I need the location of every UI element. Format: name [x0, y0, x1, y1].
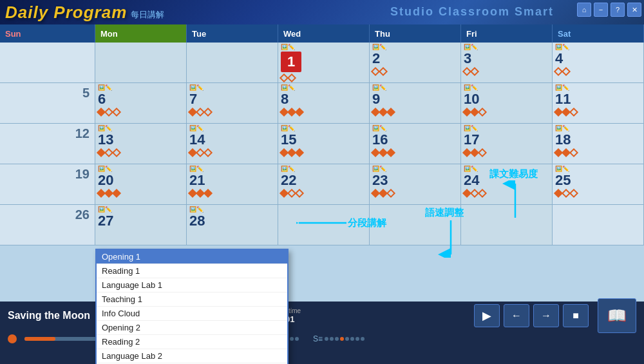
- day-cell-21[interactable]: 🖼️✏️ 21: [187, 164, 278, 204]
- mini-icons-13: 🖼️✏️: [98, 125, 184, 131]
- day-cell-13[interactable]: 🖼️✏️ 13: [95, 124, 187, 164]
- day-cell-25[interactable]: 🖼️✏️ 25: [553, 164, 644, 204]
- header-mon: Mon: [95, 24, 187, 43]
- dropdown-item-reading2[interactable]: Reading 2: [97, 335, 287, 349]
- week-num-2: 5: [82, 86, 90, 101]
- calendar-grid: 🖼️✏️ 1 🖼️✏️ 2: [0, 43, 644, 245]
- day-cell-22[interactable]: 🖼️✏️ 22: [278, 164, 370, 204]
- day-cell-17[interactable]: 🖼️✏️ 17: [461, 124, 553, 164]
- lesson-title: Saving the Moon: [8, 310, 98, 321]
- day-number-3: 3: [464, 52, 549, 66]
- dropdown-item-opening2[interactable]: Opening 2: [97, 321, 287, 335]
- minimize-button[interactable]: −: [594, 3, 608, 17]
- home-button[interactable]: ⌂: [577, 3, 591, 17]
- day-cell-16[interactable]: 🖼️✏️ 16: [370, 124, 461, 164]
- day-cell-23[interactable]: 🖼️✏️ 23: [370, 164, 461, 204]
- day-headers: Sun Mon Tue Wed Thu Fri Sat: [0, 24, 644, 43]
- speed-dots: [325, 337, 365, 341]
- week-num-cell-1: [0, 43, 95, 82]
- mini-icons-24: 🖼️✏️: [464, 166, 549, 172]
- cell-icons-2: [372, 68, 458, 75]
- diamond-o4: [204, 108, 213, 117]
- mini-icons-4: 🖼️✏️: [555, 44, 641, 50]
- day-cell-27[interactable]: 🖼️✏️ 27: [95, 205, 187, 245]
- day-cell-8[interactable]: 🖼️✏️ 8: [278, 83, 370, 123]
- mini-icons-27: 🖼️✏️: [98, 206, 184, 213]
- play-button[interactable]: ▶: [474, 304, 500, 327]
- header-wed: Wed: [278, 24, 370, 43]
- day-number-9: 9: [372, 92, 458, 106]
- week-row-1: 🖼️✏️ 1 🖼️✏️ 2: [0, 43, 644, 83]
- day-cell-20[interactable]: 🖼️✏️ 20: [95, 164, 187, 204]
- app-container: Daily Program 每日講解 Studio Classroom Smar…: [0, 0, 644, 364]
- week-num-5: 26: [75, 207, 90, 222]
- book-button[interactable]: 📖: [598, 298, 636, 333]
- mini-icons-7: 🖼️✏️: [189, 84, 275, 91]
- cell-icons-15: [281, 149, 366, 156]
- header-thu: Thu: [370, 24, 461, 43]
- week-row-5: 26 🖼️✏️ 27 🖼️✏️ 28: [0, 205, 644, 245]
- day-cell-11[interactable]: 🖼️✏️ 11: [553, 83, 644, 123]
- help-button[interactable]: ?: [611, 3, 625, 17]
- dropdown-item-languagelab1[interactable]: Language Lab 1: [97, 278, 287, 292]
- day-cell-10[interactable]: 🖼️✏️ 10: [461, 83, 553, 123]
- speed-dot-4: [340, 337, 344, 341]
- day-number-14: 14: [189, 133, 275, 147]
- mini-icons-1: 🖼️✏️: [281, 44, 366, 50]
- back-button[interactable]: ←: [504, 304, 529, 327]
- day-cell-18[interactable]: 🖼️✏️ 18: [553, 124, 644, 164]
- day-number-18: 18: [555, 133, 641, 147]
- cell-icons-20: [98, 190, 184, 196]
- day-number-22: 22: [281, 173, 366, 187]
- dropdown-item-languagelab2[interactable]: Language Lab 2: [97, 349, 287, 363]
- dropdown-item-opening1[interactable]: Opening 1: [97, 250, 287, 264]
- dropdown-overlay[interactable]: Opening 1 Reading 1 Language Lab 1 Teach…: [95, 249, 289, 364]
- mini-icons-6: 🖼️✏️: [98, 84, 184, 91]
- day-cell-14[interactable]: 🖼️✏️ 14: [187, 124, 278, 164]
- progress-bar-fill: [24, 337, 55, 341]
- playback-controls: ▶ ← → ■ 📖: [474, 298, 636, 333]
- day-number-11: 11: [555, 92, 641, 106]
- day-cell-24[interactable]: 🖼️✏️ 24: [461, 164, 553, 204]
- day-cell-4[interactable]: 🖼️✏️ 4: [553, 43, 644, 82]
- week-num-cell-3: 12: [0, 124, 95, 164]
- mini-icon-1: 🖼️✏️: [281, 44, 295, 50]
- day-cell-28[interactable]: 🖼️✏️ 28: [187, 205, 278, 245]
- cell-icons-13: [98, 149, 184, 156]
- week-row-3: 12 🖼️✏️ 13 🖼️✏️ 14: [0, 124, 644, 164]
- day-number-2: 2: [372, 52, 458, 66]
- day-cell-1[interactable]: 🖼️✏️ 1: [278, 43, 370, 82]
- day-cell-empty-2[interactable]: [187, 43, 278, 82]
- day-cell-15[interactable]: 🖼️✏️ 15: [278, 124, 370, 164]
- mini-icons-14: 🖼️✏️: [189, 125, 275, 131]
- diamond-outline-4: [379, 67, 388, 76]
- day-cell-9[interactable]: 🖼️✏️ 9: [370, 83, 461, 123]
- mini-icons-11: 🖼️✏️: [555, 84, 641, 91]
- app-title: Daily Program: [5, 3, 127, 23]
- mini-icons-10: 🖼️✏️: [464, 84, 549, 91]
- day-number-8: 8: [281, 92, 366, 106]
- day-number-21: 21: [189, 173, 275, 187]
- speed-control: S≡: [313, 334, 365, 343]
- stop-button[interactable]: ■: [563, 304, 589, 327]
- day-cell-empty-1[interactable]: [95, 43, 187, 82]
- day-cell-7[interactable]: 🖼️✏️ 7: [187, 83, 278, 123]
- week-num-cell-5: 26: [0, 205, 95, 245]
- mini-icons-15: 🖼️✏️: [281, 125, 366, 131]
- day-cell-3[interactable]: 🖼️✏️ 3: [461, 43, 553, 82]
- cell-icons-8: [281, 109, 366, 115]
- day-number-28: 28: [189, 214, 275, 228]
- cell-icons-10: [464, 109, 549, 115]
- day-cell-6[interactable]: 🖼️✏️ 6: [95, 83, 187, 123]
- diamond-f8: [386, 108, 395, 117]
- mini-icons-28: 🖼️✏️: [189, 206, 275, 213]
- dropdown-item-infocloud[interactable]: Info Cloud: [97, 307, 287, 321]
- forward-button[interactable]: →: [533, 304, 559, 327]
- cell-icons-4: [555, 68, 641, 75]
- dropdown-item-reading1[interactable]: Reading 1: [97, 264, 287, 278]
- dropdown-item-teaching1[interactable]: Teaching 1: [97, 292, 287, 307]
- day-cell-2[interactable]: 🖼️✏️ 2: [370, 43, 461, 82]
- speed-icon: S≡: [313, 334, 323, 343]
- header-sun: Sun: [0, 24, 95, 43]
- close-button[interactable]: ✕: [627, 3, 641, 17]
